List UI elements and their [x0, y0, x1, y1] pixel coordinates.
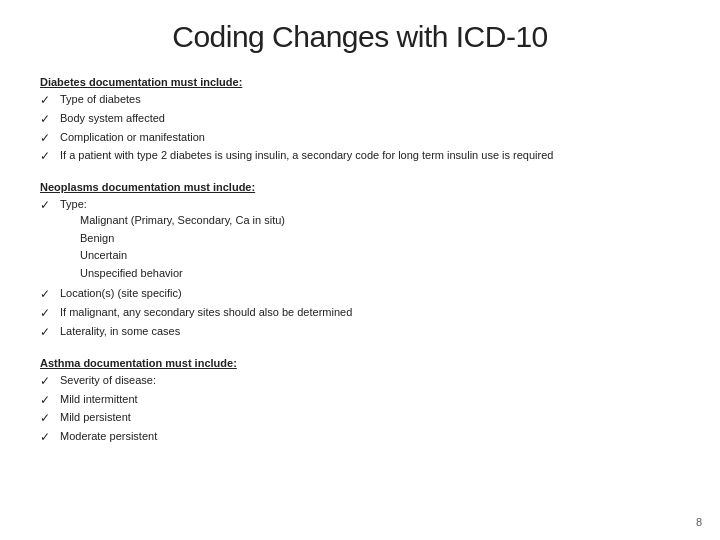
slide-title: Coding Changes with ICD-10 — [40, 20, 680, 54]
check-list-neoplasms: ✓Type:Malignant (Primary, Secondary, Ca … — [40, 197, 680, 341]
list-item: ✓If malignant, any secondary sites shoul… — [40, 305, 680, 322]
list-item-text: Laterality, in some cases — [60, 324, 180, 339]
list-item: ✓Type of diabetes — [40, 92, 680, 109]
check-mark-icon: ✓ — [40, 148, 58, 165]
list-item-text: If malignant, any secondary sites should… — [60, 305, 352, 320]
sub-list-item: Unspecified behavior — [80, 266, 285, 282]
list-item-text: Location(s) (site specific) — [60, 286, 182, 301]
sub-list: Malignant (Primary, Secondary, Ca in sit… — [80, 213, 285, 283]
check-mark-icon: ✓ — [40, 392, 58, 409]
check-mark-icon: ✓ — [40, 286, 58, 303]
section-header-diabetes: Diabetes documentation must include: — [40, 76, 680, 88]
list-item-text: Type:Malignant (Primary, Secondary, Ca i… — [60, 197, 285, 284]
check-mark-icon: ✓ — [40, 429, 58, 446]
list-item: ✓Mild intermittent — [40, 392, 680, 409]
list-item-text: Mild persistent — [60, 410, 131, 425]
sub-list-item: Malignant (Primary, Secondary, Ca in sit… — [80, 213, 285, 229]
list-item-text: Moderate persistent — [60, 429, 157, 444]
list-item: ✓Moderate persistent — [40, 429, 680, 446]
list-item: ✓If a patient with type 2 diabetes is us… — [40, 148, 680, 165]
list-item-text: Complication or manifestation — [60, 130, 205, 145]
sub-list-item: Uncertain — [80, 248, 285, 264]
check-mark-icon: ✓ — [40, 130, 58, 147]
list-item: ✓Body system affected — [40, 111, 680, 128]
sections-wrapper: Diabetes documentation must include:✓Typ… — [40, 76, 680, 446]
list-item-text: Severity of disease: — [60, 373, 156, 388]
check-mark-icon: ✓ — [40, 410, 58, 427]
list-item: ✓Severity of disease: — [40, 373, 680, 390]
list-item-text: If a patient with type 2 diabetes is usi… — [60, 148, 553, 163]
section-header-asthma: Asthma documentation must include: — [40, 357, 680, 369]
page-number: 8 — [696, 516, 702, 528]
check-mark-icon: ✓ — [40, 111, 58, 128]
sub-list-item: Benign — [80, 231, 285, 247]
check-mark-icon: ✓ — [40, 373, 58, 390]
section-diabetes: Diabetes documentation must include:✓Typ… — [40, 76, 680, 165]
list-item: ✓Mild persistent — [40, 410, 680, 427]
check-list-diabetes: ✓Type of diabetes✓Body system affected✓C… — [40, 92, 680, 165]
section-neoplasms: Neoplasms documentation must include:✓Ty… — [40, 181, 680, 341]
list-item-text: Type of diabetes — [60, 92, 141, 107]
list-item-text: Mild intermittent — [60, 392, 138, 407]
list-item: ✓Type:Malignant (Primary, Secondary, Ca … — [40, 197, 680, 284]
slide-container: Coding Changes with ICD-10 Diabetes docu… — [0, 0, 720, 540]
list-item: ✓Complication or manifestation — [40, 130, 680, 147]
list-item: ✓Laterality, in some cases — [40, 324, 680, 341]
check-mark-icon: ✓ — [40, 305, 58, 322]
list-item: ✓Location(s) (site specific) — [40, 286, 680, 303]
check-mark-icon: ✓ — [40, 324, 58, 341]
check-mark-icon: ✓ — [40, 197, 58, 214]
section-asthma: Asthma documentation must include:✓Sever… — [40, 357, 680, 446]
check-mark-icon: ✓ — [40, 92, 58, 109]
list-item-text: Body system affected — [60, 111, 165, 126]
check-list-asthma: ✓Severity of disease:✓Mild intermittent✓… — [40, 373, 680, 446]
section-header-neoplasms: Neoplasms documentation must include: — [40, 181, 680, 193]
